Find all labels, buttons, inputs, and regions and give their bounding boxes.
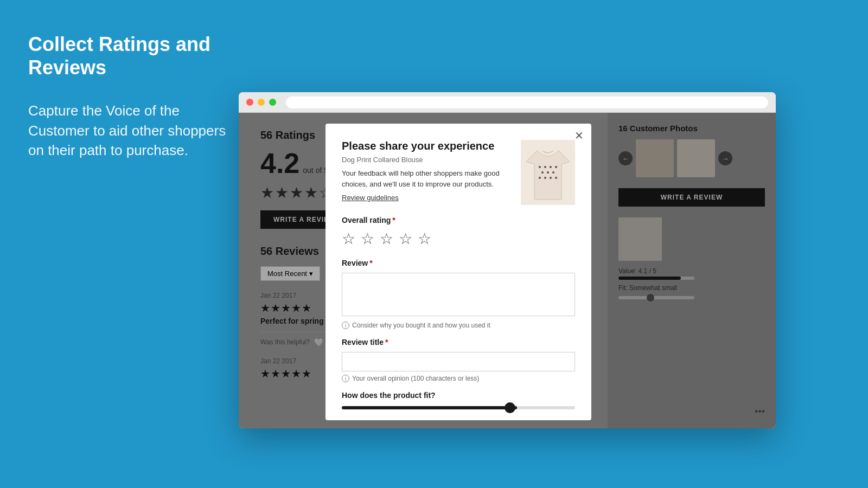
review-required: * bbox=[369, 259, 372, 267]
overall-rating-required: * bbox=[392, 216, 395, 224]
product-fit-label: How does the product fit? bbox=[342, 391, 575, 400]
star-1[interactable]: ☆ bbox=[342, 230, 356, 248]
star-3[interactable]: ☆ bbox=[380, 230, 394, 248]
svg-point-8 bbox=[539, 177, 541, 179]
browser-addressbar[interactable] bbox=[286, 97, 768, 108]
product-fit-slider-handle[interactable] bbox=[505, 402, 515, 413]
overall-rating-label: Overall rating* bbox=[342, 216, 575, 224]
review-title-label: Review title* bbox=[342, 338, 575, 346]
page-subtitle: Capture the Voice of the Customer to aid… bbox=[28, 101, 234, 160]
svg-point-11 bbox=[555, 177, 557, 179]
star-4[interactable]: ☆ bbox=[399, 230, 413, 248]
svg-point-4 bbox=[555, 166, 557, 168]
product-fit-slider-fill bbox=[342, 406, 517, 409]
svg-point-5 bbox=[541, 171, 544, 174]
hint-icon-review: i bbox=[342, 322, 349, 329]
svg-point-6 bbox=[547, 171, 549, 174]
review-modal: ✕ Please share your experience Dog Print… bbox=[326, 124, 591, 420]
modal-title: Please share your experience bbox=[342, 140, 510, 152]
modal-header-text: Please share your experience Dog Print C… bbox=[342, 140, 510, 205]
review-guidelines-link[interactable]: Review guidelines bbox=[342, 194, 399, 202]
review-title-input[interactable] bbox=[342, 352, 575, 371]
product-fit-slider-track[interactable] bbox=[342, 406, 575, 409]
modal-product-name: Dog Print Collared Blouse bbox=[342, 156, 510, 164]
review-textarea[interactable] bbox=[342, 273, 575, 316]
svg-point-2 bbox=[544, 166, 546, 168]
review-text-label: Review* bbox=[342, 259, 575, 267]
modal-product-image bbox=[521, 140, 575, 205]
svg-point-10 bbox=[550, 177, 552, 179]
star-rating-row[interactable]: ☆ ☆ ☆ ☆ ☆ bbox=[342, 230, 575, 248]
left-content: Collect Ratings and Reviews Capture the … bbox=[28, 33, 234, 160]
svg-point-3 bbox=[550, 166, 552, 168]
modal-close-button[interactable]: ✕ bbox=[575, 130, 584, 141]
shirt-graphic bbox=[521, 140, 575, 205]
review-title-required: * bbox=[385, 338, 388, 346]
svg-point-1 bbox=[539, 166, 541, 168]
browser-content: 56 Ratings 4.2 out of 5 stars ★★★★☆ WRIT… bbox=[239, 113, 776, 428]
modal-overlay[interactable]: ✕ Please share your experience Dog Print… bbox=[239, 113, 776, 428]
modal-header: Please share your experience Dog Print C… bbox=[342, 140, 575, 205]
browser-dot-green[interactable] bbox=[269, 99, 276, 106]
browser-titlebar bbox=[239, 92, 776, 113]
review-hint: i Consider why you bought it and how you… bbox=[342, 322, 575, 329]
svg-point-9 bbox=[544, 177, 546, 179]
svg-point-7 bbox=[552, 171, 554, 174]
review-title-hint: i Your overall opinion (100 characters o… bbox=[342, 375, 575, 382]
browser-dot-red[interactable] bbox=[246, 99, 253, 106]
star-5[interactable]: ☆ bbox=[418, 230, 432, 248]
hint-icon-title: i bbox=[342, 375, 349, 382]
browser-dot-yellow[interactable] bbox=[258, 99, 265, 106]
modal-description: Your feedback will help other shoppers m… bbox=[342, 168, 510, 189]
browser-window: 56 Ratings 4.2 out of 5 stars ★★★★☆ WRIT… bbox=[239, 92, 776, 428]
page-title: Collect Ratings and Reviews bbox=[28, 33, 234, 79]
star-2[interactable]: ☆ bbox=[361, 230, 375, 248]
